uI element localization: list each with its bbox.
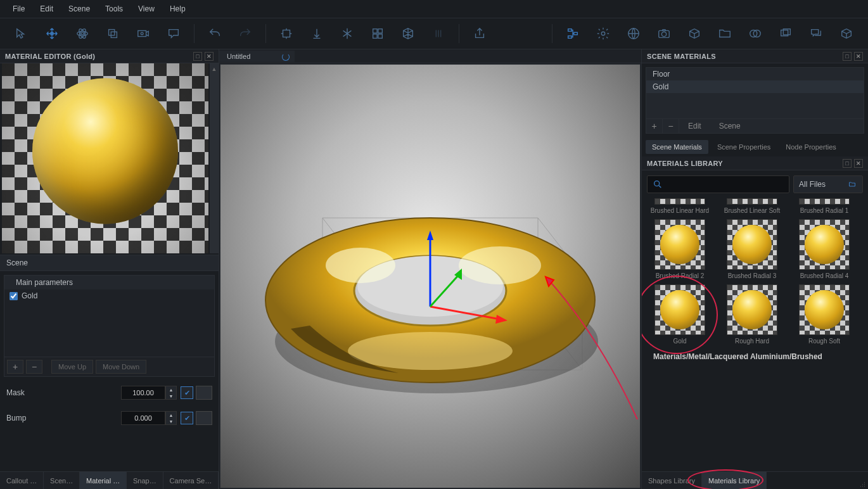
annotation-arrow bbox=[542, 274, 644, 432]
mask-toggle[interactable]: ✔ bbox=[181, 386, 193, 399]
preview-scrollbar[interactable]: ▲ bbox=[210, 63, 219, 253]
menu-file[interactable]: File bbox=[5, 2, 32, 16]
cube-panel-icon[interactable] bbox=[834, 21, 859, 46]
bump-toggle[interactable]: ✔ bbox=[181, 412, 193, 424]
tab-materials-library[interactable]: Materials Library bbox=[702, 472, 767, 489]
folder-panel-icon[interactable] bbox=[712, 21, 737, 46]
chat-panel-icon[interactable] bbox=[803, 21, 829, 46]
edit-link[interactable]: Edit bbox=[679, 122, 710, 130]
atom-tool-icon[interactable] bbox=[70, 21, 95, 46]
svg-rect-15 bbox=[568, 36, 572, 39]
material-preview[interactable] bbox=[2, 63, 208, 253]
mask-spinner[interactable]: ▲▼ bbox=[165, 386, 177, 400]
remove-param-button[interactable]: − bbox=[26, 360, 42, 374]
copy-tool-icon[interactable] bbox=[100, 21, 125, 46]
material-item[interactable]: Rough Soft bbox=[794, 284, 855, 345]
redo-icon[interactable] bbox=[233, 21, 258, 46]
tab-scene[interactable]: Scen… bbox=[44, 472, 80, 489]
add-param-button[interactable]: + bbox=[7, 360, 23, 374]
remove-scene-material-button[interactable]: − bbox=[663, 119, 679, 133]
snowflake-icon[interactable] bbox=[335, 21, 360, 46]
material-item[interactable]: Brushed Linear Hard bbox=[649, 198, 710, 214]
document-tab-untitled[interactable]: Untitled bbox=[219, 51, 295, 62]
menu-edit[interactable]: Edit bbox=[32, 2, 61, 16]
materials-library-header: MATERIALS LIBRARY □ ✕ bbox=[642, 156, 868, 170]
target-icon[interactable] bbox=[274, 21, 299, 46]
move-down-button[interactable]: Move Down bbox=[96, 360, 146, 374]
sub-tab-scene-properties[interactable]: Scene Properties bbox=[711, 140, 777, 154]
bump-swatch[interactable] bbox=[196, 411, 212, 425]
mask-slider[interactable] bbox=[51, 391, 115, 394]
scene-sub-tabs: Scene Materials Scene Properties Node Pr… bbox=[642, 137, 868, 156]
svg-rect-6 bbox=[111, 32, 117, 37]
tab-material[interactable]: Material … bbox=[80, 472, 127, 489]
export-icon[interactable] bbox=[467, 21, 492, 46]
add-scene-material-button[interactable]: + bbox=[646, 119, 663, 133]
chat-tool-icon[interactable] bbox=[161, 21, 186, 46]
gear-icon[interactable] bbox=[590, 21, 616, 46]
svg-rect-9 bbox=[283, 30, 290, 37]
toolbar-divider bbox=[459, 24, 459, 43]
undo-icon[interactable] bbox=[202, 21, 227, 46]
sub-tab-scene-materials[interactable]: Scene Materials bbox=[646, 140, 708, 154]
grid-icon[interactable] bbox=[365, 21, 390, 46]
move-tool-icon[interactable] bbox=[39, 21, 65, 46]
scene-link[interactable]: Scene bbox=[710, 122, 750, 130]
mask-row: Mask ▲▼ ✔ bbox=[0, 383, 219, 402]
mask-swatch[interactable] bbox=[196, 386, 212, 400]
material-item[interactable]: Brushed Radial 3 bbox=[722, 219, 782, 279]
mask-input[interactable] bbox=[121, 386, 165, 400]
bars-icon[interactable] bbox=[426, 21, 451, 46]
panel-maximize-icon[interactable]: □ bbox=[193, 52, 202, 61]
camera-gear-icon[interactable] bbox=[131, 21, 156, 46]
scene-material-gold[interactable]: Gold bbox=[646, 80, 864, 93]
scene-materials-list: Floor Gold + − Edit Scene bbox=[646, 67, 864, 134]
material-item[interactable]: Brushed Radial 2 bbox=[649, 219, 710, 279]
tab-callout[interactable]: Callout … bbox=[0, 472, 44, 489]
library-search-input[interactable] bbox=[647, 175, 789, 193]
bump-input[interactable] bbox=[121, 411, 165, 425]
menu-tools[interactable]: Tools bbox=[98, 2, 131, 16]
down-arrow-icon[interactable] bbox=[304, 21, 329, 46]
param-item-gold[interactable]: Gold bbox=[4, 289, 214, 302]
svg-point-2 bbox=[77, 31, 88, 35]
svg-point-32 bbox=[459, 246, 541, 284]
scene-selector[interactable]: Scene bbox=[0, 255, 219, 271]
menu-help[interactable]: Help bbox=[162, 2, 193, 16]
tab-shapes-library[interactable]: Shapes Library bbox=[642, 472, 702, 489]
param-checkbox[interactable] bbox=[10, 292, 18, 300]
cursor-tool-icon[interactable] bbox=[9, 21, 34, 46]
loading-spinner-icon bbox=[282, 53, 290, 61]
bump-spinner[interactable]: ▲▼ bbox=[165, 411, 177, 425]
scene-material-floor[interactable]: Floor bbox=[646, 68, 864, 80]
move-up-button[interactable]: Move Up bbox=[51, 360, 93, 374]
layers-panel-icon[interactable] bbox=[743, 21, 768, 46]
material-item[interactable]: Brushed Radial 1 bbox=[794, 198, 855, 214]
material-item[interactable]: Brushed Linear Soft bbox=[722, 198, 782, 214]
panel-maximize-icon[interactable]: □ bbox=[843, 52, 852, 61]
viewport-3d[interactable] bbox=[220, 64, 641, 488]
camera-panel-icon[interactable] bbox=[651, 21, 677, 46]
panel-maximize-icon[interactable]: □ bbox=[843, 159, 852, 168]
globe-icon[interactable] bbox=[621, 21, 646, 46]
tree-panel-icon[interactable] bbox=[560, 21, 585, 46]
svg-point-33 bbox=[348, 332, 513, 370]
panel-close-icon[interactable]: ✕ bbox=[854, 159, 863, 168]
sub-tab-node-properties[interactable]: Node Properties bbox=[779, 140, 843, 154]
tab-camera-settings[interactable]: Camera Se… bbox=[163, 472, 219, 489]
box-panel-icon[interactable] bbox=[682, 21, 707, 46]
panel-close-icon[interactable]: ✕ bbox=[205, 52, 214, 61]
svg-point-31 bbox=[326, 248, 395, 283]
menu-scene[interactable]: Scene bbox=[61, 2, 98, 16]
tab-snap[interactable]: Snap… bbox=[127, 472, 163, 489]
material-item[interactable]: Brushed Radial 4 bbox=[794, 219, 855, 279]
cube-net-icon[interactable] bbox=[395, 21, 421, 46]
library-filter-dropdown[interactable]: All Files bbox=[793, 175, 863, 193]
images-panel-icon[interactable] bbox=[773, 21, 798, 46]
resize-grip-icon[interactable] bbox=[859, 480, 867, 488]
material-item[interactable]: Rough Hard bbox=[722, 284, 782, 345]
bump-slider[interactable] bbox=[51, 417, 115, 419]
menu-view[interactable]: View bbox=[131, 2, 162, 16]
panel-close-icon[interactable]: ✕ bbox=[854, 52, 863, 61]
material-item-gold[interactable]: Gold bbox=[649, 284, 710, 345]
